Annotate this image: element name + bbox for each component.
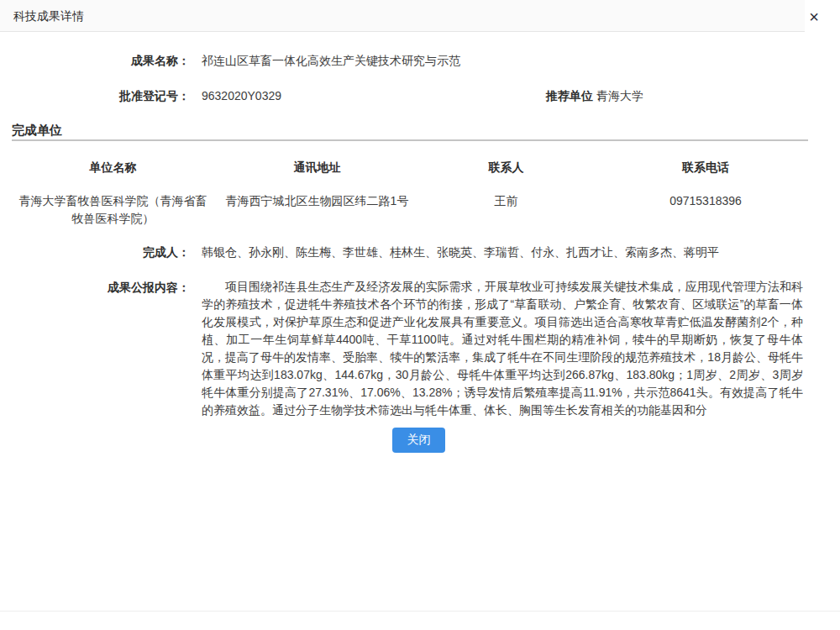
header-address: 通讯地址 [214,159,420,176]
completing-units-section-title: 完成单位 [12,123,62,139]
table-header-row: 单位名称 通讯地址 联系人 联系电话 [12,159,819,176]
header-contact-person: 联系人 [420,159,592,176]
modal-header: 科技成果详情 [0,0,805,32]
modal-bottom-divider [0,611,840,612]
close-icon[interactable]: × [801,4,827,29]
achievement-name-label: 成果名称： [0,54,190,69]
achievement-detail-modal: 科技成果详情 × 成果名称： 祁连山区草畜一体化高效生产关键技术研究与示范 批准… [0,0,840,630]
completers-label: 完成人： [0,245,190,260]
header-contact-phone: 联系电话 [592,159,819,176]
header-unit-name: 单位名称 [12,159,214,176]
bulletin-label: 成果公报内容： [0,281,190,296]
cell-unit-name: 青海大学畜牧兽医科学院（青海省畜牧兽医科学院） [12,192,214,228]
close-button[interactable]: 关闭 [392,428,445,453]
bulletin-content: 项目围绕祁连县生态生产及经济发展的实际需求，开展草牧业可持续发展关键技术集成，应… [202,278,803,419]
cell-address: 青海西宁城北区生物园区纬二路1号 [214,192,420,210]
table-row: 青海大学畜牧兽医科学院（青海省畜牧兽医科学院） 青海西宁城北区生物园区纬二路1号… [12,192,819,228]
recommender-value: 青海大学 [596,89,643,104]
registration-number-label: 批准登记号： [0,89,190,104]
cell-contact-phone: 09715318396 [592,192,819,210]
modal-title: 科技成果详情 [13,9,84,24]
completing-units-table: 单位名称 通讯地址 联系人 联系电话 青海大学畜牧兽医科学院（青海省畜牧兽医科学… [12,159,819,228]
section-divider [12,139,808,141]
registration-number-value: 9632020Y0329 [202,89,281,102]
cell-contact-person: 王前 [420,192,592,210]
achievement-name-value: 祁连山区草畜一体化高效生产关键技术研究与示范 [202,54,460,69]
completers-value: 韩银仓、孙永刚、陈生梅、李世雄、桂林生、张晓英、李瑞哲、付永、扎西才让、索南多杰… [202,245,719,260]
